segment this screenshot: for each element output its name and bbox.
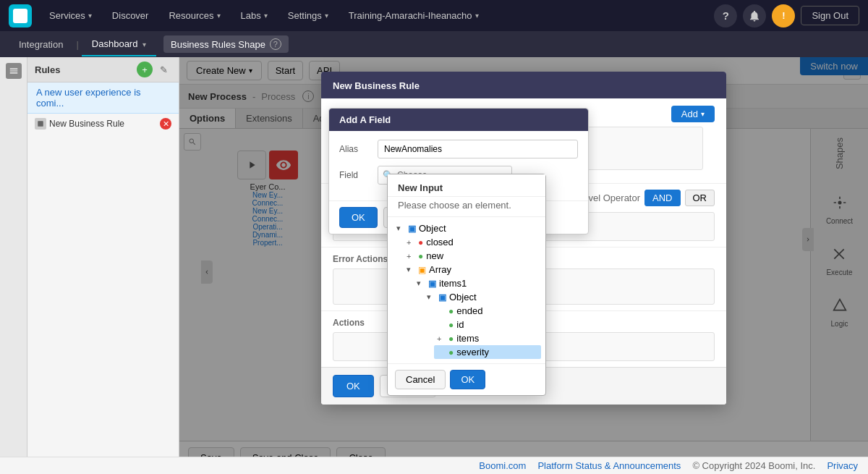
toggle-closed[interactable]: + bbox=[407, 238, 415, 247]
nav-item-training[interactable]: Training-Amarachi-Iheanacho ▾ bbox=[340, 6, 488, 25]
closed-icon: ● bbox=[418, 237, 423, 247]
nav-item-resources[interactable]: Resources ▾ bbox=[160, 6, 229, 25]
items1-icon: ▣ bbox=[428, 279, 436, 289]
add-field-ok-button[interactable]: OK bbox=[339, 207, 378, 228]
tree-item-items1[interactable]: ▾ ▣ items1 bbox=[414, 276, 541, 290]
platform-status-link[interactable]: Platform Status & Announcements bbox=[537, 460, 681, 471]
new-input-dialog: New Input Please choose an element. ▾ ▣ … bbox=[387, 174, 546, 396]
object-icon: ▣ bbox=[408, 224, 416, 234]
nav-item-settings[interactable]: Settings ▾ bbox=[279, 6, 337, 25]
tree-item-ended[interactable]: · ● ended bbox=[434, 304, 541, 318]
help-button[interactable]: ? bbox=[714, 4, 737, 27]
items-icon: ● bbox=[448, 334, 454, 344]
add-field-dialog: Add A Field Alias Field 🔍 bbox=[328, 108, 589, 234]
tree-area: ▾ ▣ Object + ● closed bbox=[388, 217, 545, 363]
sub-navigation: Integration | Dashboard ▾ Business Rules… bbox=[0, 31, 868, 57]
logo[interactable] bbox=[9, 4, 32, 27]
new-input-cancel-button[interactable]: Cancel bbox=[395, 370, 446, 389]
toggle-items1[interactable]: ▾ bbox=[417, 279, 425, 288]
process-item-icon bbox=[35, 118, 46, 130]
info-banner: A new user experience is comi... bbox=[27, 82, 179, 114]
add-field-dialog-header: Add A Field bbox=[329, 109, 588, 131]
notifications-button[interactable] bbox=[743, 4, 766, 27]
canvas-area: Switch now Create New ▾ Start API New Pr… bbox=[179, 57, 868, 474]
add-input-button[interactable]: Add ▾ bbox=[671, 106, 715, 122]
tree-item-id[interactable]: · ● id bbox=[434, 318, 541, 331]
services-chevron-icon: ▾ bbox=[88, 12, 92, 20]
toggle-inner-object[interactable]: ▾ bbox=[427, 292, 435, 302]
toggle-array[interactable]: ▾ bbox=[407, 265, 415, 274]
process-item-new-business-rule[interactable]: New Business Rule ✕ bbox=[27, 114, 179, 134]
tree-item-object[interactable]: ▾ ▣ Object bbox=[393, 221, 541, 235]
new-input-subtitle: Please choose an element. bbox=[388, 197, 545, 217]
sub-nav-separator: | bbox=[76, 39, 78, 50]
toggle-object[interactable]: ▾ bbox=[396, 224, 405, 233]
inner-object-icon: ▣ bbox=[438, 292, 446, 302]
page-footer: Boomi.com Platform Status & Announcement… bbox=[0, 457, 868, 474]
bell-icon bbox=[748, 9, 761, 22]
svg-rect-0 bbox=[38, 121, 43, 127]
dashboard-chevron-icon: ▾ bbox=[142, 41, 146, 48]
left-sidebar-icon[interactable] bbox=[6, 63, 22, 79]
new-input-dialog-header: New Input bbox=[388, 174, 545, 197]
new-input-dialog-footer: Cancel OK bbox=[388, 363, 545, 395]
and-operator-button[interactable]: AND bbox=[644, 190, 680, 206]
delete-rule-button[interactable]: ✕ bbox=[160, 118, 171, 130]
tree-item-inner-object[interactable]: ▾ ▣ Object bbox=[424, 290, 541, 304]
breadcrumb-dialog: Business Rules Shape ? bbox=[163, 35, 289, 53]
modal-ok-button[interactable]: OK bbox=[333, 375, 374, 397]
new-input-ok-button[interactable]: OK bbox=[450, 370, 485, 389]
add-rule-button[interactable]: + bbox=[137, 62, 153, 77]
nav-item-services[interactable]: Services ▾ bbox=[41, 6, 101, 25]
sign-out-button[interactable]: Sign Out bbox=[801, 6, 859, 25]
tree-item-items[interactable]: + ● items bbox=[434, 331, 541, 345]
toggle-items[interactable]: + bbox=[437, 334, 446, 343]
modal-overlay: New Business Rule Inputs Add ▾ bbox=[179, 57, 868, 474]
nav-item-discover[interactable]: Discover bbox=[103, 6, 158, 25]
main-area: Rules + ✎ A new user experience is comi.… bbox=[0, 57, 868, 474]
business-rule-modal: New Business Rule Inputs Add ▾ bbox=[321, 72, 726, 405]
tree-item-severity[interactable]: · ● severity bbox=[434, 345, 541, 359]
settings-chevron-icon: ▾ bbox=[325, 12, 328, 20]
labs-chevron-icon: ▾ bbox=[264, 12, 268, 20]
sub-nav-integration[interactable]: Integration bbox=[9, 33, 73, 56]
array-icon: ▣ bbox=[418, 265, 426, 275]
tree-item-array[interactable]: ▾ ▣ Array bbox=[404, 263, 541, 276]
or-operator-button[interactable]: OR bbox=[685, 190, 715, 206]
tree-item-closed[interactable]: + ● closed bbox=[404, 235, 541, 249]
process-panel-header: Rules + ✎ bbox=[27, 57, 179, 82]
privacy-link[interactable]: Privacy bbox=[827, 460, 858, 471]
alias-input[interactable] bbox=[378, 140, 578, 158]
nav-item-labs[interactable]: Labs ▾ bbox=[232, 6, 276, 25]
top-navigation: Services ▾ Discover Resources ▾ Labs ▾ S… bbox=[0, 0, 868, 31]
warning-button[interactable]: ! bbox=[772, 4, 795, 27]
id-icon: ● bbox=[448, 320, 454, 330]
logo-inner bbox=[13, 9, 27, 23]
toggle-new[interactable]: + bbox=[407, 252, 415, 261]
training-chevron-icon: ▾ bbox=[475, 12, 479, 20]
left-sidebar bbox=[0, 57, 27, 474]
business-rule-modal-header: New Business Rule bbox=[321, 72, 726, 98]
breadcrumb-help-icon[interactable]: ? bbox=[270, 38, 281, 50]
edit-rule-button[interactable]: ✎ bbox=[156, 62, 171, 77]
boomi-com-link[interactable]: Boomi.com bbox=[479, 460, 526, 471]
severity-icon: ● bbox=[448, 347, 454, 357]
resources-chevron-icon: ▾ bbox=[217, 12, 221, 20]
new-icon: ● bbox=[418, 251, 423, 261]
process-panel: Rules + ✎ A new user experience is comi.… bbox=[27, 57, 179, 474]
sub-nav-dashboard[interactable]: Dashboard ▾ bbox=[82, 33, 156, 56]
ended-icon: ● bbox=[448, 306, 454, 316]
add-btn-chevron-icon: ▾ bbox=[701, 110, 705, 118]
tree-item-new[interactable]: + ● new bbox=[404, 249, 541, 263]
